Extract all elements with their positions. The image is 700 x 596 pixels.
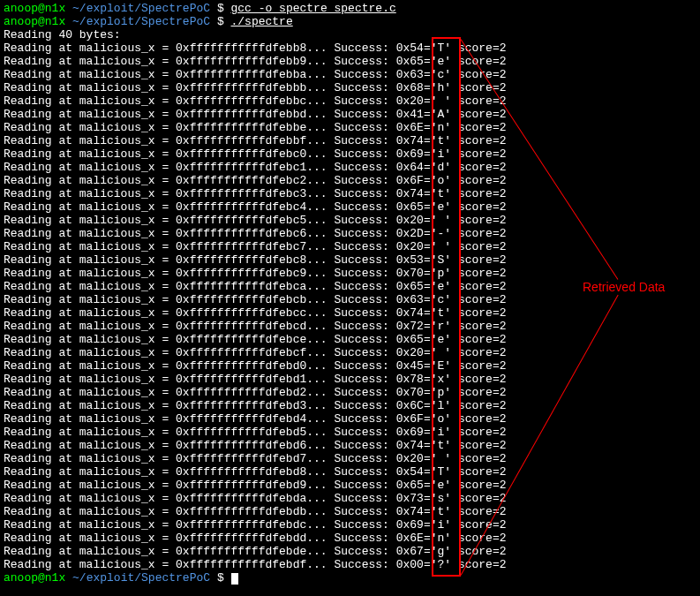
output-row: Reading at malicious_x = 0xfffffffffffdf… xyxy=(4,267,696,280)
output-row: Reading at malicious_x = 0xfffffffffffdf… xyxy=(4,320,696,333)
output-row: Reading at malicious_x = 0xfffffffffffdf… xyxy=(4,240,696,253)
output-row: Reading at malicious_x = 0xfffffffffffdf… xyxy=(4,293,696,306)
output-row: Reading at malicious_x = 0xfffffffffffdf… xyxy=(4,187,696,200)
output-row: Reading at malicious_x = 0xfffffffffffdf… xyxy=(4,439,696,452)
output-row: Reading at malicious_x = 0xfffffffffffdf… xyxy=(4,108,696,121)
output-row: Reading at malicious_x = 0xfffffffffffdf… xyxy=(4,161,696,174)
output-row: Reading at malicious_x = 0xfffffffffffdf… xyxy=(4,545,696,558)
output-row: Reading at malicious_x = 0xfffffffffffdf… xyxy=(4,359,696,373)
output-row: Reading at malicious_x = 0xfffffffffffdf… xyxy=(4,41,696,55)
cursor[interactable] xyxy=(231,573,238,585)
compile-command: gcc -o spectre spectre.c xyxy=(231,2,396,15)
output-row: Reading at malicious_x = 0xfffffffffffdf… xyxy=(4,200,696,214)
output-row: Reading at malicious_x = 0xfffffffffffdf… xyxy=(4,227,696,240)
output-row: Reading at malicious_x = 0xfffffffffffdf… xyxy=(4,558,696,571)
output-row: Reading at malicious_x = 0xfffffffffffdf… xyxy=(4,147,696,161)
output-row: Reading at malicious_x = 0xfffffffffffdf… xyxy=(4,518,696,532)
prompt-line-run: anoop@n1x ~/exploit/SpectrePoC $ ./spect… xyxy=(4,15,696,28)
output-row: Reading at malicious_x = 0xfffffffffffdf… xyxy=(4,346,696,359)
output-row: Reading at malicious_x = 0xfffffffffffdf… xyxy=(4,280,696,293)
output-rows: Reading at malicious_x = 0xfffffffffffdf… xyxy=(4,41,696,571)
output-row: Reading at malicious_x = 0xfffffffffffdf… xyxy=(4,333,696,346)
output-row: Reading at malicious_x = 0xfffffffffffdf… xyxy=(4,81,696,94)
output-row: Reading at malicious_x = 0xfffffffffffdf… xyxy=(4,465,696,479)
output-row: Reading at malicious_x = 0xfffffffffffdf… xyxy=(4,134,696,147)
output-row: Reading at malicious_x = 0xfffffffffffdf… xyxy=(4,492,696,505)
output-row: Reading at malicious_x = 0xfffffffffffdf… xyxy=(4,452,696,465)
output-row: Reading at malicious_x = 0xfffffffffffdf… xyxy=(4,55,696,68)
output-row: Reading at malicious_x = 0xfffffffffffdf… xyxy=(4,479,696,492)
output-row: Reading at malicious_x = 0xfffffffffffdf… xyxy=(4,68,696,81)
output-row: Reading at malicious_x = 0xfffffffffffdf… xyxy=(4,214,696,227)
output-row: Reading at malicious_x = 0xfffffffffffdf… xyxy=(4,532,696,545)
run-command: ./spectre xyxy=(231,15,293,28)
user-host: anoop@n1x xyxy=(4,2,65,15)
terminal-output[interactable]: anoop@n1x ~/exploit/SpectrePoC $ gcc -o … xyxy=(4,2,696,585)
output-row: Reading at malicious_x = 0xfffffffffffdf… xyxy=(4,426,696,439)
output-row: Reading at malicious_x = 0xfffffffffffdf… xyxy=(4,253,696,267)
prompt-line-compile: anoop@n1x ~/exploit/SpectrePoC $ gcc -o … xyxy=(4,2,696,15)
output-header: Reading 40 bytes: xyxy=(4,28,696,41)
output-row: Reading at malicious_x = 0xfffffffffffdf… xyxy=(4,373,696,386)
prompt-line-idle: anoop@n1x ~/exploit/SpectrePoC $ xyxy=(4,571,696,585)
output-row: Reading at malicious_x = 0xfffffffffffdf… xyxy=(4,386,696,399)
cwd: ~/exploit/SpectrePoC xyxy=(72,2,210,15)
output-row: Reading at malicious_x = 0xfffffffffffdf… xyxy=(4,94,696,108)
output-row: Reading at malicious_x = 0xfffffffffffdf… xyxy=(4,121,696,134)
output-row: Reading at malicious_x = 0xfffffffffffdf… xyxy=(4,505,696,518)
output-row: Reading at malicious_x = 0xfffffffffffdf… xyxy=(4,412,696,426)
output-row: Reading at malicious_x = 0xfffffffffffdf… xyxy=(4,399,696,412)
prompt-symbol: $ xyxy=(217,2,224,15)
output-row: Reading at malicious_x = 0xfffffffffffdf… xyxy=(4,174,696,187)
output-row: Reading at malicious_x = 0xfffffffffffdf… xyxy=(4,306,696,320)
